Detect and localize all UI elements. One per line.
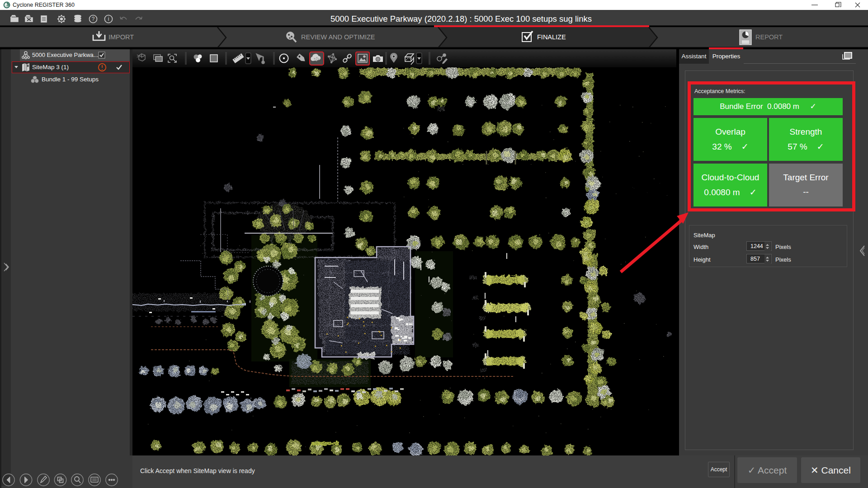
- svg-text:i: i: [108, 16, 109, 22]
- svg-text:IMPORT: IMPORT: [108, 33, 134, 41]
- svg-text:FINALIZE: FINALIZE: [537, 33, 566, 41]
- svg-text:?: ?: [92, 16, 95, 22]
- svg-text:REPORT: REPORT: [755, 33, 783, 41]
- svg-text:REVIEW AND OPTIMIZE: REVIEW AND OPTIMIZE: [301, 33, 375, 41]
